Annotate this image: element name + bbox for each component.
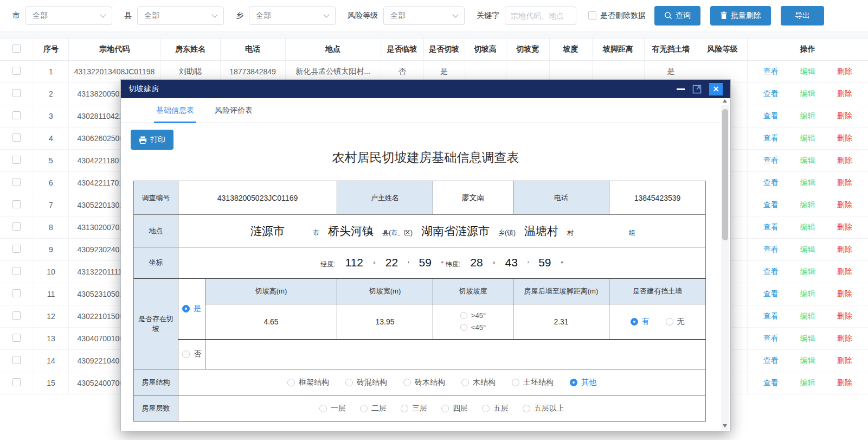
floors-option[interactable]: 五层以上 bbox=[523, 404, 564, 413]
row-checkbox[interactable] bbox=[12, 222, 21, 231]
row-checkbox[interactable] bbox=[12, 67, 21, 75]
view-link[interactable]: 查看 bbox=[763, 111, 779, 120]
deleted-data-checkbox[interactable] bbox=[588, 11, 596, 20]
row-checkbox[interactable] bbox=[12, 245, 21, 253]
export-button[interactable]: 导出 bbox=[781, 6, 824, 25]
edit-link[interactable]: 编辑 bbox=[800, 178, 815, 187]
floors-option[interactable]: 三层 bbox=[401, 404, 427, 413]
slope-yes-radio[interactable]: 是 bbox=[182, 304, 201, 314]
edit-link[interactable]: 编辑 bbox=[800, 245, 815, 253]
row-checkbox[interactable] bbox=[12, 200, 21, 208]
scroll-up-icon[interactable] bbox=[723, 99, 727, 103]
edit-link[interactable]: 编辑 bbox=[800, 133, 815, 142]
view-link[interactable]: 查看 bbox=[763, 156, 779, 164]
wall-yes-radio[interactable]: 有 bbox=[631, 317, 650, 327]
delete-link[interactable]: 删除 bbox=[837, 356, 852, 365]
row-checkbox[interactable] bbox=[12, 178, 21, 186]
floors-option[interactable]: 二层 bbox=[360, 404, 387, 413]
delete-link[interactable]: 删除 bbox=[837, 67, 852, 75]
row-checkbox[interactable] bbox=[12, 89, 21, 97]
edit-link[interactable]: 编辑 bbox=[800, 267, 815, 276]
delete-link[interactable]: 删除 bbox=[837, 245, 852, 253]
scroll-down-icon[interactable] bbox=[723, 424, 727, 428]
structure-option[interactable]: 砖木结构 bbox=[403, 378, 445, 387]
edit-link[interactable]: 编辑 bbox=[800, 67, 815, 75]
delete-link[interactable]: 删除 bbox=[837, 378, 852, 387]
delete-link[interactable]: 删除 bbox=[837, 334, 852, 342]
floors-option[interactable]: 一层 bbox=[319, 404, 346, 413]
edit-link[interactable]: 编辑 bbox=[800, 89, 815, 98]
structure-option[interactable]: 其他 bbox=[570, 378, 596, 387]
floors-option[interactable]: 四层 bbox=[441, 404, 468, 413]
batch-delete-button[interactable]: 批量删除 bbox=[710, 6, 771, 25]
slope-no-radio[interactable]: 否 bbox=[182, 349, 201, 359]
floors-option[interactable]: 五层 bbox=[482, 404, 509, 413]
edit-link[interactable]: 编辑 bbox=[800, 156, 815, 164]
structure-option[interactable]: 框架结构 bbox=[287, 378, 329, 387]
view-link[interactable]: 查看 bbox=[763, 222, 779, 231]
county-select[interactable]: 全部 bbox=[137, 7, 224, 25]
edit-link[interactable]: 编辑 bbox=[800, 356, 815, 365]
edit-link[interactable]: 编辑 bbox=[800, 311, 815, 320]
risk-select[interactable]: 全部 bbox=[383, 7, 465, 25]
view-link[interactable]: 查看 bbox=[763, 289, 779, 298]
delete-link[interactable]: 删除 bbox=[837, 156, 852, 164]
view-link[interactable]: 查看 bbox=[763, 334, 779, 342]
edit-link[interactable]: 编辑 bbox=[800, 289, 815, 298]
structure-option[interactable]: 土坯结构 bbox=[512, 378, 554, 387]
select-all-checkbox[interactable] bbox=[12, 44, 21, 53]
view-link[interactable]: 查看 bbox=[763, 267, 779, 276]
edit-link[interactable]: 编辑 bbox=[800, 200, 815, 209]
row-checkbox[interactable] bbox=[12, 289, 21, 297]
row-checkbox[interactable] bbox=[12, 133, 21, 142]
row-checkbox[interactable] bbox=[12, 334, 21, 342]
view-link[interactable]: 查看 bbox=[763, 245, 779, 253]
edit-link[interactable]: 编辑 bbox=[800, 378, 815, 387]
view-link[interactable]: 查看 bbox=[763, 178, 779, 187]
structure-option[interactable]: 砖混结构 bbox=[345, 378, 387, 387]
row-checkbox[interactable] bbox=[12, 267, 21, 275]
maximize-icon[interactable] bbox=[692, 85, 702, 94]
slope-gt45-radio[interactable]: >45° bbox=[460, 311, 486, 320]
delete-link[interactable]: 删除 bbox=[837, 178, 852, 187]
edit-link[interactable]: 编辑 bbox=[800, 334, 815, 342]
delete-link[interactable]: 删除 bbox=[837, 111, 852, 120]
close-icon[interactable]: ✕ bbox=[709, 83, 723, 95]
query-button[interactable]: 查询 bbox=[654, 6, 700, 25]
delete-link[interactable]: 删除 bbox=[837, 267, 852, 276]
delete-link[interactable]: 删除 bbox=[837, 89, 852, 98]
delete-link[interactable]: 删除 bbox=[837, 200, 852, 209]
row-checkbox[interactable] bbox=[12, 156, 21, 164]
modal-header[interactable]: 切坡建房 ✕ bbox=[121, 80, 730, 98]
keyword-input[interactable] bbox=[505, 7, 576, 25]
view-link[interactable]: 查看 bbox=[763, 200, 779, 209]
structure-option[interactable]: 木结构 bbox=[461, 378, 496, 387]
delete-link[interactable]: 删除 bbox=[837, 289, 852, 298]
view-link[interactable]: 查看 bbox=[763, 378, 779, 387]
view-link[interactable]: 查看 bbox=[763, 356, 779, 365]
row-checkbox[interactable] bbox=[12, 111, 21, 119]
town-select[interactable]: 全部 bbox=[249, 7, 336, 25]
wall-no-radio[interactable]: 无 bbox=[666, 317, 685, 327]
modal-scrollbar[interactable] bbox=[721, 105, 729, 430]
edit-link[interactable]: 编辑 bbox=[800, 111, 815, 120]
row-checkbox[interactable] bbox=[12, 311, 21, 320]
minimize-icon[interactable] bbox=[677, 88, 685, 90]
delete-link[interactable]: 删除 bbox=[837, 311, 852, 320]
row-checkbox[interactable] bbox=[12, 378, 21, 386]
row-checkbox[interactable] bbox=[12, 356, 21, 364]
edit-link[interactable]: 编辑 bbox=[800, 222, 815, 231]
slope-lt45-radio[interactable]: <45° bbox=[460, 323, 486, 331]
delete-link[interactable]: 删除 bbox=[837, 222, 852, 231]
tab-basic-info[interactable]: 基础信息表 bbox=[156, 98, 194, 123]
view-link[interactable]: 查看 bbox=[763, 67, 779, 75]
view-link[interactable]: 查看 bbox=[763, 89, 779, 98]
city-select[interactable]: 全部 bbox=[25, 7, 112, 25]
print-button[interactable]: 打印 bbox=[131, 130, 173, 150]
view-link[interactable]: 查看 bbox=[763, 133, 779, 142]
location-county-unit: 县(市、区) bbox=[382, 228, 413, 238]
delete-link[interactable]: 删除 bbox=[837, 133, 852, 142]
view-link[interactable]: 查看 bbox=[763, 311, 779, 320]
scrollbar-thumb[interactable] bbox=[722, 109, 728, 240]
tab-risk-evaluation[interactable]: 风险评价表 bbox=[215, 98, 253, 123]
